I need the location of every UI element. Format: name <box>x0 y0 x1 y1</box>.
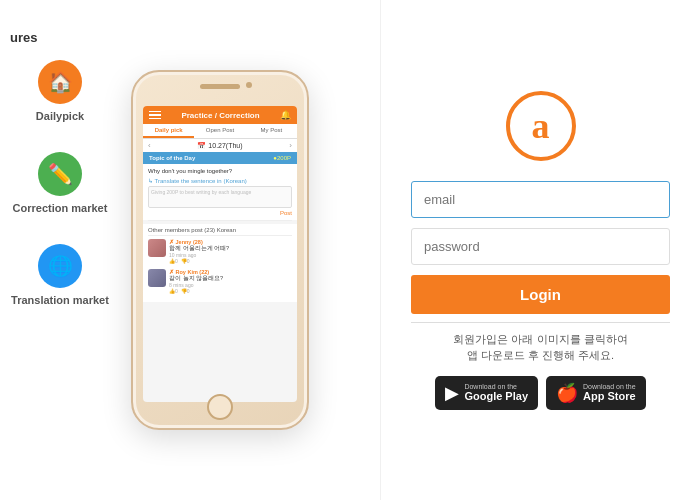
translation-label: Translation market <box>11 294 109 306</box>
tab-daily-pick[interactable]: Daily pick <box>143 124 194 138</box>
member-info: ✗ Jenny (28) 함께 어울리는게 어때? 10 mins ago 👍0… <box>169 239 292 264</box>
translation-icon: 🌐 <box>38 244 82 288</box>
phone-mockup: Practice / Correction 🔔 Daily pick Open … <box>131 70 309 430</box>
email-field[interactable] <box>411 181 670 218</box>
avatar <box>148 269 166 287</box>
translate-label: ↳ Translate the sentence in (Korean) <box>148 177 292 184</box>
login-button[interactable]: Login <box>411 275 670 314</box>
feature-dailypick: 🏠 Dailypick <box>0 60 120 122</box>
bell-icon: 🔔 <box>280 110 291 120</box>
phone-screen: Practice / Correction 🔔 Daily pick Open … <box>143 106 297 402</box>
feature-correction: ✏️ Correction market <box>0 152 120 214</box>
app-store-button[interactable]: 🍎 Download on the App Store <box>546 376 646 410</box>
list-item: ✗ Jenny (28) 함께 어울리는게 어때? 10 mins ago 👍0… <box>148 239 292 264</box>
login-form: Login <box>411 181 670 314</box>
app-header-title: Practice / Correction <box>181 111 259 120</box>
phone-camera <box>246 82 252 88</box>
list-item: ✗ Roy Kim (22) 같이 놀지 않을래요? 8 mins ago 👍0… <box>148 269 292 294</box>
app-logo: a <box>506 91 576 161</box>
tab-open-post[interactable]: Open Post <box>194 124 245 138</box>
right-panel: a Login 회원가입은 아래 이미지를 클릭하여앱 다운로드 후 진행해 주… <box>380 0 700 500</box>
members-title: Other members post (23) Korean <box>148 227 292 236</box>
google-play-small: Download on the <box>464 383 528 390</box>
google-play-name: Google Play <box>464 390 528 402</box>
translate-input[interactable]: Giving 200P to best writing by each lang… <box>148 186 292 208</box>
dailypick-icon: 🏠 <box>38 60 82 104</box>
app-store-text: Download on the App Store <box>583 383 636 402</box>
app-header: Practice / Correction 🔔 <box>143 106 297 124</box>
avatar <box>148 239 166 257</box>
apple-icon: 🍎 <box>556 382 578 404</box>
translate-placeholder: Giving 200P to best writing by each lang… <box>151 189 251 195</box>
member-actions: 👍0 👎0 <box>169 288 292 294</box>
google-play-icon: ▶ <box>445 382 459 404</box>
phone-speaker <box>200 84 240 89</box>
features-sidebar: 🏠 Dailypick ✏️ Correction market 🌐 Trans… <box>0 60 120 306</box>
section-divider <box>148 220 292 221</box>
dislike-count[interactable]: 👎0 <box>181 258 190 264</box>
dislike-count[interactable]: 👎0 <box>181 288 190 294</box>
correction-label: Correction market <box>13 202 108 214</box>
topic-label: Topic of the Day <box>149 155 195 161</box>
correction-icon: ✏️ <box>38 152 82 196</box>
current-date: 📅 10.27(Thu) <box>197 142 242 150</box>
like-count[interactable]: 👍0 <box>169 288 178 294</box>
member-text: 같이 놀지 않을래요? <box>169 275 292 282</box>
feature-translation: 🌐 Translation market <box>0 244 120 306</box>
prev-date-arrow[interactable]: ‹ <box>148 141 151 150</box>
daily-question: Why don't you mingle together? <box>148 168 292 174</box>
google-play-button[interactable]: ▶ Download on the Google Play <box>435 376 538 410</box>
topic-points: ●200P <box>273 155 291 161</box>
member-text: 함께 어울리는게 어때? <box>169 245 292 252</box>
app-tabs: Daily pick Open Post My Post <box>143 124 297 139</box>
member-actions: 👍0 👎0 <box>169 258 292 264</box>
date-navigation: ‹ 📅 10.27(Thu) › <box>143 139 297 152</box>
topic-banner: Topic of the Day ●200P <box>143 152 297 164</box>
logo-letter: a <box>532 105 550 147</box>
section-divider <box>411 322 670 323</box>
hamburger-icon <box>149 111 161 120</box>
post-button[interactable]: Post <box>148 210 292 216</box>
members-section: Other members post (23) Korean ✗ Jenny (… <box>143 224 297 302</box>
password-field[interactable] <box>411 228 670 265</box>
member-info: ✗ Roy Kim (22) 같이 놀지 않을래요? 8 mins ago 👍0… <box>169 269 292 294</box>
store-buttons: ▶ Download on the Google Play 🍎 Download… <box>435 376 645 410</box>
next-date-arrow[interactable]: › <box>289 141 292 150</box>
tab-my-post[interactable]: My Post <box>246 124 297 138</box>
phone-home-button <box>207 394 233 420</box>
app-main-content: Why don't you mingle together? ↳ Transla… <box>143 164 297 220</box>
features-title: ures <box>10 30 37 45</box>
app-store-name: App Store <box>583 390 636 402</box>
phone-body: Practice / Correction 🔔 Daily pick Open … <box>131 70 309 430</box>
app-store-small: Download on the <box>583 383 636 390</box>
download-description: 회원가입은 아래 이미지를 클릭하여앱 다운로드 후 진행해 주세요. <box>453 331 627 364</box>
left-panel: ures 🏠 Dailypick ✏️ Correction market 🌐 … <box>0 0 380 500</box>
like-count[interactable]: 👍0 <box>169 258 178 264</box>
dailypick-label: Dailypick <box>36 110 84 122</box>
google-play-text: Download on the Google Play <box>464 383 528 402</box>
